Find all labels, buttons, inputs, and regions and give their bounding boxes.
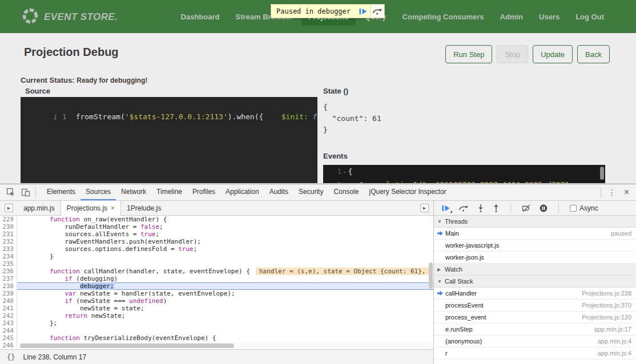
nav-item[interactable]: Dashboard — [174, 8, 227, 26]
devtools-tab[interactable]: Elements — [42, 184, 80, 200]
update-button[interactable]: Update — [533, 45, 573, 63]
inspect-element-icon[interactable] — [3, 184, 18, 200]
editor-status-bar: {} Line 238, Column 17 — [0, 349, 433, 364]
devtools-tab[interactable]: jQuery Selector Inspector — [364, 184, 451, 200]
line-number-gutter[interactable]: 236 — [0, 268, 17, 275]
screen: EVENT STORE. Dashboard Stream Browser Pr… — [0, 0, 636, 364]
line-number-gutter[interactable]: 239 — [0, 290, 17, 297]
nav-item[interactable]: Users — [532, 8, 566, 26]
nav-item[interactable]: Log Out — [569, 8, 611, 26]
fold-arrow-icon[interactable]: ▾ — [341, 169, 348, 175]
sidebar-row[interactable]: (anonymous) app.min.js:4 — [434, 335, 636, 347]
section-header[interactable]: ▼ Threads — [434, 216, 636, 228]
devtools-tab[interactable]: Console — [328, 184, 364, 200]
devtools-tab[interactable]: Timeline — [151, 184, 187, 200]
line-number-gutter[interactable]: 242 — [0, 312, 17, 319]
devtools-tab[interactable]: Audits — [264, 184, 293, 200]
line-number-gutter[interactable]: 240 — [0, 297, 17, 305]
debugger-sidebar: Async ▼ Threads — [434, 201, 636, 364]
show-navigator-icon[interactable]: ▶ — [5, 204, 13, 212]
deactivate-breakpoints-icon[interactable] — [522, 204, 531, 212]
devtools-panel: Elements Sources Network Timeline Profil… — [0, 184, 636, 364]
file-tab[interactable]: app.min.js — [18, 201, 61, 216]
source-line-1: i1fromStream('$stats-127.0.0.1:2113').wh… — [21, 97, 317, 134]
line-number-gutter[interactable]: 241 — [0, 305, 17, 312]
line-number-gutter[interactable]: 238 — [0, 282, 17, 290]
line-number-gutter[interactable]: 233 — [0, 245, 17, 253]
line-number-gutter[interactable]: 235 — [0, 260, 17, 268]
event-store-logo[interactable]: EVENT STORE. — [22, 7, 118, 27]
line-number-gutter[interactable]: 237 — [0, 275, 17, 282]
line-number-gutter[interactable]: 230 — [0, 223, 17, 230]
pretty-print-icon[interactable]: {} — [7, 353, 15, 361]
sidebar-row[interactable]: worker-javascript.js — [434, 240, 636, 252]
row-location: Projections.js:370 — [582, 302, 631, 309]
source-code-editor[interactable]: i1fromStream('$stats-127.0.0.1:2113').wh… — [21, 97, 317, 183]
more-tabs-icon[interactable]: ▶ — [420, 204, 429, 212]
row-location: app.min.js:4 — [598, 338, 631, 345]
sidebar-row[interactable]: worker-json.js — [434, 252, 636, 264]
section-header[interactable]: ▶ Watch — [434, 264, 636, 276]
code-line: 239 var newState = handler(state, eventE… — [0, 290, 433, 297]
line-number-gutter[interactable]: 246 — [0, 342, 17, 349]
events-code: { — [348, 167, 352, 176]
nav-item[interactable]: Competing Consumers — [396, 8, 491, 26]
devtools-close-icon[interactable]: × — [621, 187, 633, 197]
line-number-gutter[interactable]: 234 — [0, 253, 17, 260]
line-number-gutter[interactable]: 245 — [0, 334, 17, 342]
line-number-gutter[interactable]: 232 — [0, 238, 17, 245]
run-step-button[interactable]: Run Step — [445, 45, 492, 63]
file-tab[interactable]: 1Prelude.js — [121, 201, 167, 216]
disclosure-triangle-icon: ▼ — [437, 219, 445, 224]
events-editor[interactable]: 1▾{ 2 "correlationId": "06302702-8837-44… — [323, 165, 605, 183]
state-json-line: { — [323, 102, 381, 113]
line-number-gutter[interactable]: 244 — [0, 327, 17, 334]
source-heading: Source — [25, 87, 50, 95]
nav-item[interactable]: Admin — [493, 8, 530, 26]
code-line: 237 if (debugging) — [0, 275, 433, 282]
sidebar-row[interactable]: processEvent Projections.js:370 — [434, 300, 636, 312]
events-heading: Events — [323, 152, 348, 160]
async-checkbox[interactable] — [570, 205, 577, 212]
sidebar-row[interactable]: r app.min.js:4 — [434, 347, 636, 359]
devtools-tab[interactable]: Network — [116, 184, 151, 200]
devtools-toolbar: Elements Sources Network Timeline Profil… — [0, 184, 636, 201]
row-label: e.runStep — [445, 326, 590, 333]
devtools-tab[interactable]: Application — [220, 184, 264, 200]
state-heading: State () — [323, 87, 348, 95]
paused-banner-text: Paused in debugger — [271, 7, 356, 15]
sidebar-row[interactable]: Main paused — [434, 228, 636, 240]
step-into-icon[interactable] — [477, 204, 484, 212]
close-tab-icon[interactable]: × — [111, 204, 115, 212]
sidebar-row[interactable]: callHandler Projections.js:238 — [434, 288, 636, 300]
line-number-gutter[interactable]: 243 — [0, 319, 17, 327]
devtools-tab[interactable]: Sources — [80, 184, 116, 200]
code-text: newState = state; — [19, 305, 144, 312]
section-header[interactable]: ▼ Call Stack — [434, 276, 636, 288]
events-line-number: 2 — [323, 179, 341, 183]
resume-script-icon[interactable] — [356, 5, 370, 18]
devtools-menu-icon[interactable]: ⋮ — [603, 188, 621, 197]
sidebar-row[interactable]: process_event Projections.js:120 — [434, 312, 636, 323]
horizontal-scrollbar-thumb[interactable] — [20, 343, 234, 348]
stop-button[interactable]: Stop — [497, 45, 528, 63]
row-location: app.min.js:17 — [594, 326, 631, 333]
pause-on-exceptions-icon[interactable] — [540, 204, 548, 212]
step-out-icon[interactable] — [493, 204, 500, 212]
code-editor[interactable]: 229 function on_raw(eventHandler) { 230 … — [0, 216, 433, 349]
file-tab[interactable]: Projections.js× — [61, 201, 121, 216]
back-button[interactable]: Back — [577, 45, 610, 63]
resume-script-icon[interactable] — [442, 205, 450, 212]
vertical-scrollbar-thumb[interactable] — [429, 262, 433, 289]
sidebar-row[interactable]: e.runStep app.min.js:17 — [434, 323, 636, 335]
devtools-tab[interactable]: Profiles — [187, 184, 220, 200]
line-number-gutter[interactable]: 229 — [0, 216, 17, 223]
debugger-sections: ▼ Threads Main — [434, 216, 636, 359]
step-over-icon[interactable] — [370, 5, 384, 18]
device-toolbar-icon[interactable] — [18, 184, 33, 200]
step-over-icon[interactable] — [458, 204, 469, 212]
horizontal-scrollbar[interactable] — [18, 342, 433, 349]
devtools-tab[interactable]: Security — [293, 184, 328, 200]
line-number-gutter[interactable]: 231 — [0, 230, 17, 238]
events-scrollbar-thumb[interactable] — [600, 167, 604, 180]
